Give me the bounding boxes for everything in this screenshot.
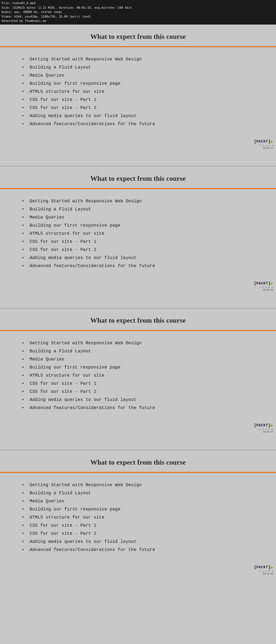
slide-4-item-2: Building a Fluid Layout <box>22 489 260 497</box>
packt-play-icon: ▶ <box>271 423 273 428</box>
packt-top-row: [ PACKT ] ▶ <box>254 281 273 286</box>
slide-3-item-1: Getting Started with Responsive Web Desi… <box>22 339 260 347</box>
slide-1-packt-logo: [ PACKT ] ▶ V I D E O 00:00:17 <box>0 139 276 152</box>
packt-timestamp-1: 00:00:17 <box>263 147 273 149</box>
packt-bracket-left: [ <box>254 565 256 570</box>
slide-1-bullet-list: Getting Started with Responsive Web Desi… <box>0 53 276 139</box>
file-info-line2: Size: 2320625 bytes (2.21 MiB), duration… <box>2 6 132 9</box>
packt-bracket-left: [ <box>254 281 256 286</box>
slide-1-item-3: Media Queries <box>22 71 260 80</box>
slide-2: What to expect from this courseGetting S… <box>0 166 276 308</box>
packt-text: PACKT <box>256 565 268 569</box>
packt-bracket-right: ] <box>268 281 270 286</box>
slide-1-item-5: HTML5 structure for our site <box>22 88 260 96</box>
slide-3-item-2: Building a Fluid Layout <box>22 347 260 355</box>
slide-2-orange-bar <box>0 188 276 189</box>
slide-3-item-3: Media Queries <box>22 355 260 363</box>
slide-3-item-5: HTML5 structure for our site <box>22 372 260 380</box>
slide-3-item-7: CSS for our site - Part 2 <box>22 388 260 396</box>
slide-3-bullet-list: Getting Started with Responsive Web Desi… <box>0 336 276 423</box>
slide-4-item-6: CSS for our site - Part 1 <box>22 522 260 530</box>
packt-top-row: [ PACKT ] ▶ <box>254 565 273 570</box>
file-info-line4: Video: h264, yuv420p, 1280x720, 25.00 fp… <box>2 15 91 18</box>
file-info-line5: Generated by Thumbnail.me <box>2 19 46 23</box>
slide-3-item-8: Adding media queries to our fluid layout <box>22 396 260 404</box>
slide-1-item-9: Advanced features/Considerations for the… <box>22 120 260 128</box>
slide-2-item-5: HTML5 structure for our site <box>22 230 260 238</box>
packt-bracket-right: ] <box>268 139 270 144</box>
packt-video-label: V I D E O <box>259 428 273 431</box>
packt-text: PACKT <box>256 281 268 285</box>
packt-top-row: [ PACKT ] ▶ <box>254 139 273 144</box>
packt-inner: [ PACKT ] ▶ V I D E O 00:00:47 <box>254 423 273 433</box>
slide-3-item-9: Advanced features/Considerations for the… <box>22 404 260 412</box>
slide-1-item-1: Getting Started with Responsive Web Desi… <box>22 55 260 63</box>
slide-4-bullet-list: Getting Started with Responsive Web Desi… <box>0 478 276 565</box>
slide-1: What to expect from this courseGetting S… <box>0 25 276 166</box>
slide-3-title: What to expect from this course <box>0 308 276 330</box>
slide-4-item-1: Getting Started with Responsive Web Desi… <box>22 481 260 489</box>
packt-inner: [ PACKT ] ▶ V I D E O 00:00:32 <box>254 281 273 291</box>
packt-bracket-left: [ <box>254 139 256 144</box>
packt-play-icon: ▶ <box>271 281 273 286</box>
slide-1-orange-bar <box>0 46 276 47</box>
slide-4-item-5: HTML5 structure for our site <box>22 513 260 522</box>
slide-2-item-4: Building our first responsive page <box>22 222 260 230</box>
packt-play-icon: ▶ <box>271 565 273 570</box>
packt-timestamp-2: 00:00:32 <box>263 289 273 291</box>
slide-2-item-9: Advanced features/Considerations for the… <box>22 262 260 270</box>
slide-4-item-3: Media Queries <box>22 497 260 505</box>
packt-video-label: V I D E O <box>259 570 273 573</box>
slide-2-title: What to expect from this course <box>0 166 276 188</box>
slide-2-item-7: CSS for our site - Part 2 <box>22 246 260 254</box>
packt-text: PACKT <box>256 423 268 427</box>
slide-2-item-1: Getting Started with Responsive Web Desi… <box>22 197 260 205</box>
packt-video-label: V I D E O <box>259 286 273 289</box>
slide-1-item-2: Building a Fluid Layout <box>22 63 260 71</box>
slides-container: What to expect from this courseGetting S… <box>0 25 276 592</box>
packt-timestamp-4: 00:01:02 <box>263 573 273 575</box>
slide-2-item-6: CSS for our site - Part 1 <box>22 238 260 246</box>
slide-4-title: What to expect from this course <box>0 450 276 472</box>
file-info: File: video01_6.mp4 Size: 2320625 bytes … <box>0 0 276 25</box>
slide-4-item-4: Building our first responsive page <box>22 505 260 513</box>
packt-inner: [ PACKT ] ▶ V I D E O 00:01:02 <box>254 565 273 575</box>
slide-4-item-8: Adding media queries to our fluid layout <box>22 538 260 546</box>
file-info-line1: File: video01_6.mp4 <box>2 1 36 5</box>
slide-4-item-7: CSS for our site - Part 2 <box>22 530 260 538</box>
packt-video-label: V I D E O <box>259 144 273 147</box>
slide-3-orange-bar <box>0 330 276 331</box>
slide-3: What to expect from this courseGetting S… <box>0 308 276 450</box>
slide-1-item-8: Adding media queries to our fluid layout <box>22 112 260 120</box>
slide-2-bullet-list: Getting Started with Responsive Web Desi… <box>0 195 276 281</box>
file-info-line3: Audio: aac, 48000 Hz, stereo (eng) <box>2 10 62 14</box>
slide-4-item-9: Advanced features/Considerations for the… <box>22 546 260 554</box>
slide-1-item-7: CSS for our site - Part 2 <box>22 104 260 112</box>
slide-3-item-4: Building our first responsive page <box>22 363 260 372</box>
slide-4: What to expect from this courseGetting S… <box>0 450 276 592</box>
slide-3-item-6: CSS for our site - Part 1 <box>22 380 260 388</box>
slide-1-item-6: CSS for our site - Part 1 <box>22 96 260 104</box>
packt-top-row: [ PACKT ] ▶ <box>254 423 273 428</box>
slide-2-item-2: Building a Fluid Layout <box>22 205 260 213</box>
slide-2-item-3: Media Queries <box>22 213 260 222</box>
packt-bracket-right: ] <box>268 565 270 570</box>
packt-text: PACKT <box>256 139 268 144</box>
packt-inner: [ PACKT ] ▶ V I D E O 00:00:17 <box>254 139 273 149</box>
slide-4-packt-logo: [ PACKT ] ▶ V I D E O 00:01:02 <box>0 565 276 578</box>
packt-bracket-left: [ <box>254 423 256 428</box>
packt-timestamp-3: 00:00:47 <box>263 431 273 433</box>
slide-2-item-8: Adding media queries to our fluid layout <box>22 254 260 262</box>
slide-2-packt-logo: [ PACKT ] ▶ V I D E O 00:00:32 <box>0 281 276 294</box>
slide-3-packt-logo: [ PACKT ] ▶ V I D E O 00:00:47 <box>0 423 276 436</box>
slide-1-title: What to expect from this course <box>0 25 276 46</box>
packt-bracket-right: ] <box>268 423 270 428</box>
packt-play-icon: ▶ <box>271 139 273 144</box>
slide-4-orange-bar <box>0 472 276 473</box>
slide-1-item-4: Building our first responsive page <box>22 80 260 88</box>
